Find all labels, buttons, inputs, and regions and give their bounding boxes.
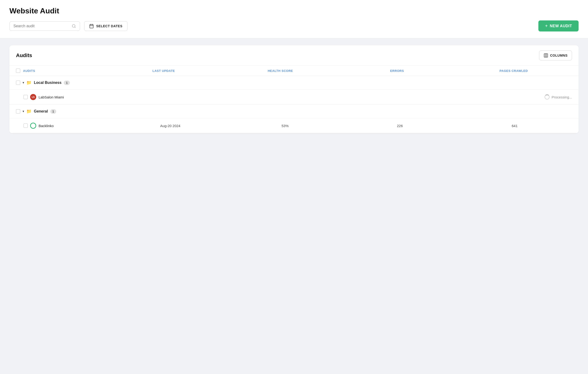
calendar-icon (89, 24, 94, 29)
group-local-business: ▾ 📁 Local Business 1 LS LabSalon Miami (10, 76, 578, 105)
search-input[interactable] (13, 24, 69, 28)
group-general: ▾ 📁 General 1 Backlinko Aug-20 2024 5 (10, 105, 578, 133)
table-header: AUDITS LAST UPDATE HEALTH SCORE ERRORS P… (10, 66, 578, 76)
th-health-score: HEALTH SCORE (222, 69, 339, 73)
group-general-count: 1 (50, 109, 56, 114)
group-general-name: General (34, 109, 48, 113)
new-audit-button[interactable]: + NEW AUDIT (538, 20, 578, 31)
search-icon (72, 24, 76, 28)
th-last-update: LAST UPDATE (105, 69, 222, 73)
audits-card: Audits COLUMNS AUDITS LAST UPDATE HEALTH… (10, 45, 578, 133)
labsalon-logo: LS (30, 94, 36, 100)
select-dates-label: SELECT DATES (96, 24, 123, 28)
table-row: ▾ 📁 Local Business 1 (10, 76, 578, 90)
svg-line-1 (74, 27, 75, 28)
new-audit-label: NEW AUDIT (550, 24, 572, 28)
backlinko-errors: 226 (342, 124, 457, 128)
svg-rect-6 (544, 54, 547, 57)
search-box (10, 21, 80, 31)
labsalon-checkbox[interactable] (23, 95, 28, 99)
backlinko-name: Backlinko (39, 124, 54, 128)
table-row: LS LabSalon Miami Processing... (10, 90, 578, 104)
group-local-business-count: 1 (64, 81, 70, 85)
backlinko-logo (30, 123, 36, 129)
group-general-chevron[interactable]: ▾ (22, 110, 24, 113)
labsalon-name: LabSalon Miami (39, 95, 64, 99)
th-pages-crawled: PAGES CRAWLED (455, 69, 572, 73)
select-dates-button[interactable]: SELECT DATES (84, 21, 127, 31)
audits-section-title: Audits (16, 52, 32, 59)
processing-label: Processing... (552, 95, 572, 99)
backlinko-last-update: Aug-20 2024 (113, 124, 228, 128)
th-errors: ERRORS (339, 69, 455, 73)
audits-header: Audits COLUMNS (10, 45, 578, 66)
backlinko-health-score: 53% (228, 124, 342, 128)
labsalon-pages-crawled: Processing... (457, 94, 572, 100)
folder-icon: 📁 (26, 109, 32, 114)
group-general-checkbox[interactable] (16, 109, 20, 113)
svg-rect-2 (90, 24, 93, 28)
columns-icon (544, 53, 548, 58)
new-audit-plus-icon: + (545, 23, 548, 29)
folder-icon: 📁 (26, 80, 32, 85)
columns-button[interactable]: COLUMNS (539, 51, 572, 60)
columns-label: COLUMNS (550, 54, 567, 57)
group-local-business-checkbox[interactable] (16, 81, 20, 85)
table-row: Backlinko Aug-20 2024 53% 226 641 (10, 118, 578, 133)
th-audits: AUDITS (16, 69, 105, 73)
backlinko-pages-crawled: 641 (457, 124, 572, 128)
page-title: Website Audit (10, 7, 578, 15)
table-row: ▾ 📁 General 1 (10, 105, 578, 118)
group-local-business-name: Local Business (34, 81, 61, 85)
backlinko-checkbox[interactable] (23, 124, 28, 128)
processing-spinner (545, 94, 550, 100)
select-all-checkbox[interactable] (16, 69, 20, 73)
group-local-business-chevron[interactable]: ▾ (22, 81, 24, 84)
